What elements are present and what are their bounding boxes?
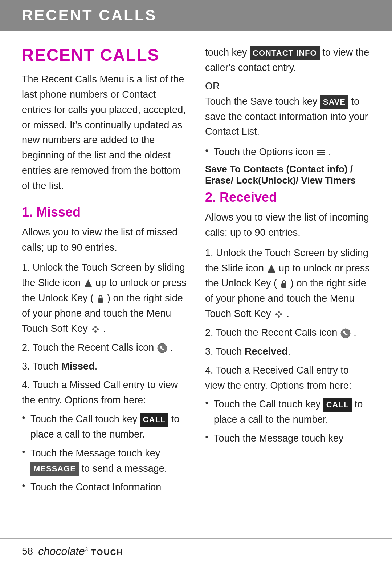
- bullet2-call: Touch the Call touch key CALL to place a…: [205, 397, 370, 427]
- bullet1-contact-info: Touch the Contact Information: [22, 480, 187, 495]
- recent-calls-icon-2: [340, 328, 351, 339]
- section1-heading: 1. Missed: [22, 205, 187, 220]
- options-bullet-list: Touch the Options icon .: [205, 145, 370, 160]
- svg-point-16: [341, 329, 350, 338]
- footer-bar: 58 chocolate® TOUCH: [0, 538, 392, 564]
- save-badge: SAVE: [320, 95, 348, 109]
- svg-point-13: [280, 313, 282, 315]
- step2-3: 3. Touch Received.: [205, 344, 370, 359]
- menu-soft-key-icon-2: [274, 310, 284, 318]
- svg-rect-9: [317, 154, 325, 155]
- right-top-para: touch key CONTACT INFO to view the calle…: [205, 45, 370, 76]
- svg-rect-11: [281, 283, 286, 288]
- header-bar: RECENT CALLS: [0, 0, 392, 31]
- slide-icon-2: [267, 264, 276, 273]
- unlock-key-icon-2: [280, 279, 288, 289]
- section1-bullets-list: Touch the Call touch key CALL to place a…: [22, 412, 187, 495]
- svg-marker-0: [84, 279, 92, 287]
- step2-4: 4. Touch a Received Call entry to view t…: [205, 363, 370, 394]
- call-badge-2: CALL: [323, 398, 352, 412]
- svg-point-5: [94, 330, 97, 333]
- section2-heading: 2. Received: [205, 190, 370, 205]
- svg-point-12: [275, 313, 278, 315]
- touch-missed-bold: Missed: [61, 361, 95, 372]
- unlock-key-icon-1: [97, 294, 105, 303]
- recent-calls-icon-1: [157, 343, 168, 354]
- svg-point-6: [158, 343, 167, 353]
- section2-steps-list: 1. Unlock the Touch Screen by sliding th…: [205, 246, 370, 394]
- step1-4: 4. Touch a Missed Call entry to view the…: [22, 378, 187, 408]
- step1-3: 3. Touch Missed.: [22, 359, 187, 374]
- or-text: OR: [205, 81, 370, 92]
- svg-rect-8: [317, 152, 325, 153]
- step1-1: 1. Unlock the Touch Screen by sliding th…: [22, 260, 187, 336]
- svg-point-15: [278, 315, 280, 318]
- svg-rect-7: [317, 150, 325, 151]
- save-touch-key-text: Touch the Save touch key SAVE to save th…: [205, 94, 370, 140]
- footer-brand: chocolate® TOUCH: [38, 545, 123, 557]
- footer-page-number: 58: [22, 545, 33, 557]
- contact-info-badge: CONTACT INFO: [250, 46, 320, 60]
- message-badge-1: MESSAGE: [30, 462, 79, 476]
- step1-2: 2. Touch the Recent Calls icon .: [22, 340, 187, 355]
- svg-point-2: [92, 328, 94, 330]
- section1-intro: Allows you to view the list of missed ca…: [22, 225, 187, 255]
- left-column: RECENT CALLS The Recent Calls Menu is a …: [22, 45, 187, 499]
- call-badge-1: CALL: [140, 413, 169, 427]
- footer-brand-name: chocolate: [38, 545, 85, 557]
- bullet1-call: Touch the Call touch key CALL to place a…: [22, 412, 187, 442]
- bullet2-message: Touch the Message touch key: [205, 431, 370, 446]
- options-icon: [316, 148, 326, 157]
- slide-icon-1: [83, 279, 93, 288]
- svg-marker-10: [268, 265, 275, 273]
- bullet1-message: Touch the Message touch key MESSAGE to s…: [22, 446, 187, 476]
- page-section-title: RECENT CALLS: [22, 45, 187, 65]
- svg-point-3: [97, 328, 99, 330]
- svg-point-14: [278, 311, 280, 313]
- svg-point-4: [94, 326, 97, 328]
- intro-text: The Recent Calls Menu is a list of the l…: [22, 72, 187, 194]
- header-title: RECENT CALLS: [22, 7, 157, 24]
- section2-bullets-list: Touch the Call touch key CALL to place a…: [205, 397, 370, 446]
- bullet-options: Touch the Options icon .: [205, 145, 370, 160]
- section1-steps-list: 1. Unlock the Touch Screen by sliding th…: [22, 260, 187, 408]
- menu-soft-key-icon-1: [90, 325, 101, 333]
- touch-received-bold: Received: [245, 346, 288, 357]
- options-submenu-text: Save To Contacts (Contact info) / Erase/…: [205, 164, 370, 186]
- step2-2: 2. Touch the Recent Calls icon .: [205, 325, 370, 341]
- right-column: touch key CONTACT INFO to view the calle…: [205, 45, 370, 499]
- main-content: RECENT CALLS The Recent Calls Menu is a …: [0, 31, 392, 528]
- step2-1: 1. Unlock the Touch Screen by sliding th…: [205, 246, 370, 322]
- svg-rect-1: [98, 298, 103, 303]
- section2-intro: Allows you to view the list of incoming …: [205, 210, 370, 241]
- footer-brand-suffix: TOUCH: [91, 548, 123, 557]
